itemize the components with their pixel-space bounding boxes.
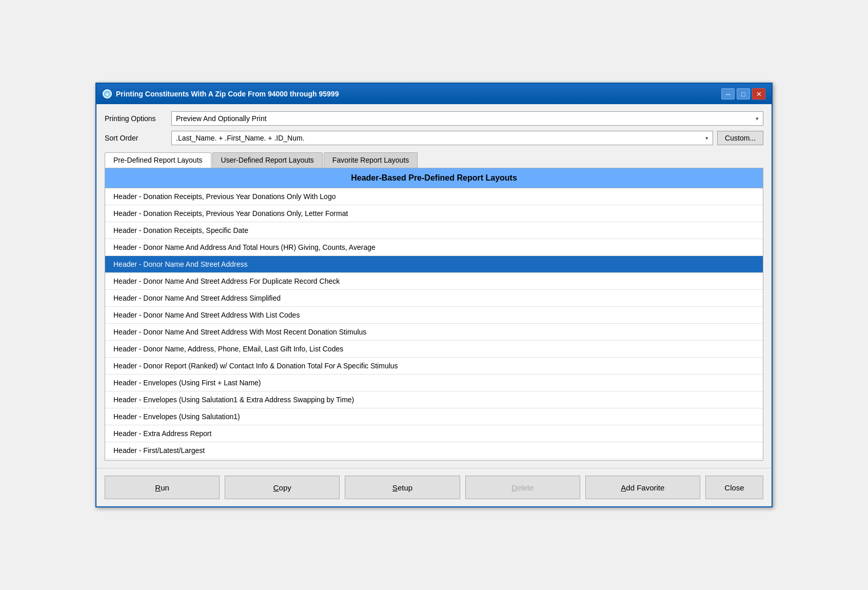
close-label: Close xyxy=(724,483,744,492)
list-item[interactable]: Header - Donor Name And Street Address xyxy=(105,256,763,273)
window-controls: ─ □ ✕ xyxy=(721,88,765,100)
add-favorite-button[interactable]: Add Favorite xyxy=(585,476,700,499)
list-header: Header-Based Pre-Defined Report Layouts xyxy=(105,168,763,188)
list-item[interactable]: Header - Donation Receipts, Specific Dat… xyxy=(105,222,763,239)
sort-order-row: Sort Order .Last_Name. + .First_Name. + … xyxy=(105,131,763,145)
sort-order-control: .Last_Name. + .First_Name. + .ID_Num. ▾ … xyxy=(171,131,763,145)
setup-label: Setup xyxy=(392,483,412,492)
printing-options-dropdown[interactable]: Preview And Optionally Print ▾ xyxy=(171,111,763,126)
printing-options-arrow: ▾ xyxy=(756,115,759,122)
list-items[interactable]: Header - Donation Receipts, Previous Yea… xyxy=(105,188,763,460)
window-body: Printing Options Preview And Optionally … xyxy=(96,104,772,468)
bottom-bar: Run Copy Setup Delete Add Favorite Close xyxy=(96,468,772,506)
list-item[interactable]: Header - Envelopes (Using Salutation1 & … xyxy=(105,391,763,408)
app-icon: ● xyxy=(103,89,112,99)
custom-button[interactable]: Custom... xyxy=(717,131,763,145)
run-label: Run xyxy=(155,483,169,492)
sort-order-arrow: ▾ xyxy=(705,135,708,142)
title-bar: ● Printing Constituents With A Zip Code … xyxy=(96,84,772,104)
list-item[interactable]: Header - Donation Receipts, Previous Yea… xyxy=(105,188,763,205)
tab-favorite[interactable]: Favorite Report Layouts xyxy=(324,152,418,168)
tabs-container: Pre-Defined Report Layouts User-Defined … xyxy=(105,152,763,461)
list-item[interactable]: Header - Envelopes (Using Salutation1) xyxy=(105,408,763,425)
printing-options-value: Preview And Optionally Print xyxy=(176,114,267,123)
printing-options-row: Printing Options Preview And Optionally … xyxy=(105,111,763,126)
list-item[interactable]: Header - Donor Report (Ranked) w/ Contac… xyxy=(105,358,763,375)
setup-button[interactable]: Setup xyxy=(345,476,460,499)
minimize-button[interactable]: ─ xyxy=(721,88,735,100)
close-button[interactable]: Close xyxy=(705,476,763,499)
list-item[interactable]: Header - First/Latest/Largest xyxy=(105,442,763,459)
sort-order-value: .Last_Name. + .First_Name. + .ID_Num. xyxy=(176,134,305,142)
close-window-button[interactable]: ✕ xyxy=(752,88,765,100)
list-item[interactable]: Header - Extra Address Report xyxy=(105,425,763,442)
list-item[interactable]: Header - Donor Name And Street Address S… xyxy=(105,290,763,307)
sort-order-dropdown[interactable]: .Last_Name. + .First_Name. + .ID_Num. ▾ xyxy=(171,131,713,145)
delete-label: Delete xyxy=(511,483,534,492)
run-button[interactable]: Run xyxy=(105,476,220,499)
main-window: ● Printing Constituents With A Zip Code … xyxy=(95,83,773,507)
tabs-header: Pre-Defined Report Layouts User-Defined … xyxy=(105,152,763,168)
list-item[interactable]: Header - Donor Name And Address And Tota… xyxy=(105,239,763,256)
sort-order-label: Sort Order xyxy=(105,134,171,142)
window-title: Printing Constituents With A Zip Code Fr… xyxy=(116,90,339,98)
tab-predefined[interactable]: Pre-Defined Report Layouts xyxy=(105,152,211,168)
tab-userdefined[interactable]: User-Defined Report Layouts xyxy=(212,152,323,168)
copy-label: Copy xyxy=(273,483,291,492)
copy-button[interactable]: Copy xyxy=(225,476,340,499)
list-item[interactable]: Header - Donor Name And Street Address W… xyxy=(105,307,763,324)
list-item[interactable]: Header - Donor Name, Address, Phone, EMa… xyxy=(105,341,763,358)
tab-content: Header-Based Pre-Defined Report Layouts … xyxy=(105,168,763,461)
title-bar-left: ● Printing Constituents With A Zip Code … xyxy=(103,89,339,99)
restore-button[interactable]: □ xyxy=(737,88,750,100)
list-item[interactable]: Header - Donor Name And Street Address F… xyxy=(105,273,763,290)
list-item[interactable]: Header - Donation Receipts, Previous Yea… xyxy=(105,205,763,222)
delete-button[interactable]: Delete xyxy=(465,476,580,499)
printing-options-control: Preview And Optionally Print ▾ xyxy=(171,111,763,126)
list-item[interactable]: Header - Donor Name And Street Address W… xyxy=(105,324,763,341)
add-favorite-label: Add Favorite xyxy=(621,483,664,492)
printing-options-label: Printing Options xyxy=(105,114,171,123)
list-item[interactable]: Header - Envelopes (Using First + Last N… xyxy=(105,375,763,391)
